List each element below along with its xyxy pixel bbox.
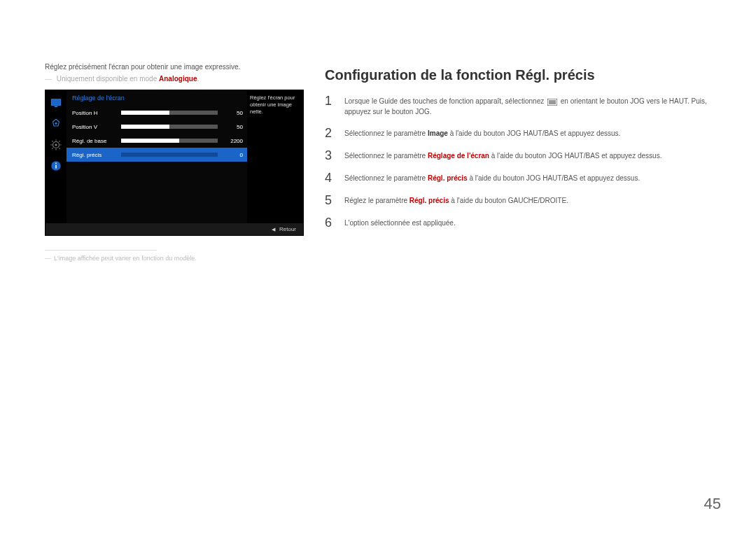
gear-icon [49,138,63,152]
menu-icon [547,98,557,105]
mode-note: Uniquement disponible en mode Analogique… [45,75,304,83]
info-icon [49,159,63,173]
step-text: Lorsque le Guide des touches de fonction… [344,96,721,117]
svg-point-4 [55,144,57,146]
osd-row-value: 50 [222,124,243,130]
step-number: 3 [325,149,335,162]
osd-row-label: Régl. de base [72,138,121,144]
osd-row: Position H50 [66,106,247,120]
step-6: 6 L'option sélectionnée est appliquée. [325,218,721,229]
step-text: Sélectionnez le paramètre Régl. précis à… [344,173,721,183]
svg-rect-1 [55,106,58,108]
step-2: 2 Sélectionnez le paramètre Image à l'ai… [325,128,721,139]
osd-row-value: 2200 [222,138,243,144]
svg-rect-7 [55,163,57,164]
svg-point-2 [55,122,57,125]
osd-row-label: Position V [72,124,121,130]
note-prefix: Uniquement disponible en mode [57,75,159,83]
osd-row: Régl. de base2200 [66,134,247,148]
osd-slider [121,139,218,143]
intro-text: Réglez précisément l'écran pour obtenir … [45,63,304,71]
step-1: 1 Lorsque le Guide des touches de foncti… [325,96,721,117]
osd-footer-return: Retour [279,226,296,232]
step-text: L'option sélectionnée est appliquée. [344,218,721,228]
osd-body: Réglage de l'écran Position H50Position … [46,90,303,223]
step-number: 6 [325,216,335,229]
section-heading: Configuration de la fonction Régl. préci… [325,67,721,83]
right-column: Configuration de la fonction Régl. préci… [325,63,721,262]
step-4: 4 Sélectionnez le paramètre Régl. précis… [325,173,721,184]
osd-sidebar [46,90,66,223]
steps-list: 1 Lorsque le Guide des touches de foncti… [325,96,721,229]
footnote-rule [45,250,157,251]
step-text: Réglez le paramètre Régl. précis à l'aid… [344,195,721,206]
osd-row: Régl. précis0 [66,148,247,162]
left-column: Réglez précisément l'écran pour obtenir … [45,63,304,262]
svg-rect-0 [51,99,61,106]
step-number: 4 [325,171,335,184]
osd-screenshot: Réglage de l'écran Position H50Position … [45,90,304,236]
step-number: 2 [325,127,335,139]
step-3: 3 Sélectionnez le paramètre Réglage de l… [325,150,721,162]
page-number: 45 [704,495,721,513]
osd-slider [121,125,218,129]
osd-row-value: 50 [222,110,243,116]
model-footnote: L'image affichée peut varier en fonction… [45,255,304,262]
osd-slider [121,111,218,115]
back-arrow-icon: ◀ [272,227,275,232]
step-number: 1 [325,94,335,107]
osd-slider [121,153,218,157]
osd-row-value: 0 [222,152,243,158]
osd-row-label: Régl. précis [72,152,121,158]
svg-rect-6 [55,165,57,169]
step-number: 5 [325,194,335,206]
osd-row: Position V50 [66,120,247,134]
note-mode: Analogique [159,75,197,83]
osd-help-text: Réglez l'écran pour obtenir une image ne… [247,90,303,223]
monitor-icon [49,96,63,110]
osd-main: Réglage de l'écran Position H50Position … [66,90,247,223]
osd-title: Réglage de l'écran [66,94,247,106]
osd-footer: ◀ Retour [46,223,303,235]
note-suffix: . [197,75,199,83]
step-text: Sélectionnez le paramètre Image à l'aide… [344,128,721,139]
osd-row-label: Position H [72,110,121,116]
step-text: Sélectionnez le paramètre Réglage de l'é… [344,150,721,161]
step-5: 5 Réglez le paramètre Régl. précis à l'a… [325,195,721,206]
settings-shape-icon [49,117,63,131]
